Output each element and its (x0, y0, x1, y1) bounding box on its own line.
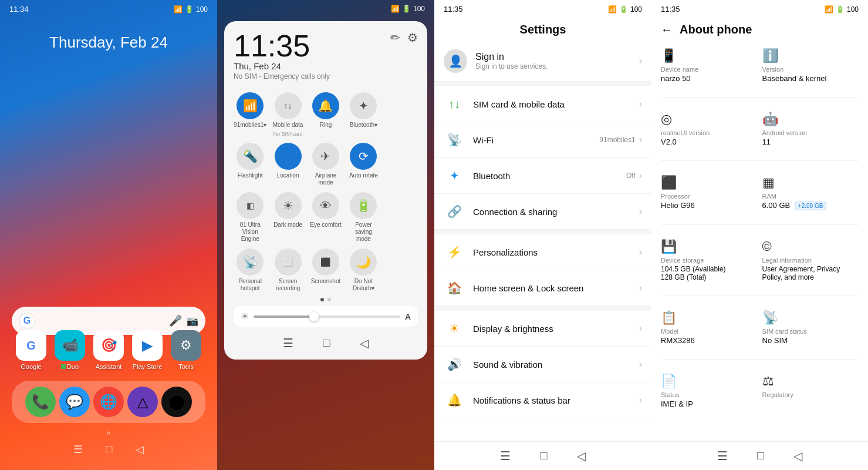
nav-home[interactable]: □ (106, 443, 113, 456)
app-duo[interactable]: 📹 Duo (52, 330, 87, 370)
dock-phone[interactable]: 📞 (25, 387, 56, 417)
about-nav-menu[interactable]: ☰ (717, 449, 728, 463)
google-logo: G (19, 313, 35, 329)
settings-bluetooth[interactable]: ✦ Bluetooth Off › (434, 158, 651, 194)
status-time: 11:34 (9, 5, 29, 14)
edit-icon[interactable]: ✏ (390, 31, 400, 45)
dock-messages[interactable]: 💬 (59, 387, 90, 417)
bluetooth-chevron: › (639, 170, 642, 181)
shade-header-icons: ✏ ⚙ (390, 31, 418, 45)
ring-tile-btn[interactable]: 🔔 (312, 92, 339, 119)
app-playstore[interactable]: ▶ Play Store (130, 330, 165, 370)
settings-list: 👤 Sign in Sign in to use services. › ↑↓ … (434, 41, 651, 441)
shade-nav-menu[interactable]: ☰ (283, 336, 293, 350)
tile-rotate[interactable]: ⟳ Auto rotate (347, 143, 380, 186)
settings-sound[interactable]: 🔊 Sound & vibration › (434, 347, 651, 382)
about-android-version[interactable]: 🤖 Android version 11 (762, 109, 859, 149)
settings-connection[interactable]: 🔗 Connection & sharing › (434, 194, 651, 230)
processor-icon: ⬛ (661, 175, 758, 190)
lens-icon[interactable]: 📷 (187, 315, 198, 327)
brightness-thumb[interactable] (309, 312, 319, 321)
dark-tile-btn[interactable]: ☀ (275, 192, 302, 219)
sim-chevron: › (639, 99, 642, 109)
dock-chrome[interactable]: 🌐 (93, 387, 124, 417)
nav-back[interactable]: ◁ (136, 443, 144, 456)
about-sim-status[interactable]: 📡 SIM card status No SIM (762, 308, 859, 347)
about-back-button[interactable]: ← (661, 23, 673, 36)
app-tools[interactable]: ⚙ Tools (168, 330, 204, 370)
about-version[interactable]: ℹ️ Version Baseband & kernel (762, 46, 859, 85)
tile-ring[interactable]: 🔔 Ring (309, 92, 342, 137)
about-divider-4 (661, 296, 859, 296)
home-date: Thursday, Feb 24 (0, 33, 217, 52)
app-assistant[interactable]: 🎯 Assistant (91, 330, 126, 370)
settings-personalizations[interactable]: ⚡ Personalizations › (434, 234, 651, 270)
shade-nav-back[interactable]: ◁ (360, 336, 369, 350)
tile-location[interactable]: 👤 Location (271, 143, 304, 186)
about-status-time: 11:35 (661, 5, 680, 14)
settings-icon[interactable]: ⚙ (407, 31, 418, 45)
settings-nav-home[interactable]: □ (540, 449, 547, 463)
settings-wifi[interactable]: 📡 Wi-Fi 91mobiles1 › (434, 122, 651, 158)
dot-1 (320, 298, 324, 301)
bluetooth-tile-btn[interactable]: ✦ (350, 92, 377, 119)
tile-mobile-data[interactable]: ↑↓ Mobile data No SIM card (271, 92, 304, 137)
settings-sim[interactable]: ↑↓ SIM card & mobile data › (434, 86, 651, 122)
tile-eye[interactable]: 👁 Eye comfort (309, 192, 342, 243)
storage-icon: 💾 (661, 239, 758, 254)
nav-menu[interactable]: ☰ (73, 443, 83, 456)
about-ram[interactable]: ▦ RAM 6.00 GB +2.00 GB (762, 173, 859, 213)
page-dots (234, 298, 418, 301)
about-nav-home[interactable]: □ (757, 449, 764, 463)
brightness-track[interactable] (254, 315, 400, 318)
tile-screenrec[interactable]: ⬜ Screen recording (271, 249, 304, 292)
tile-screenshot[interactable]: ⬛ Screenshot (309, 249, 342, 292)
screenshot-tile-btn[interactable]: ⬛ (312, 249, 339, 276)
mic-icon[interactable]: 🎤 (169, 314, 182, 327)
shade-battery-percent: 100 (413, 5, 425, 13)
tile-power[interactable]: 🔋 Power saving mode (347, 192, 380, 243)
location-tile-btn[interactable]: 👤 (275, 143, 302, 170)
dock-camera[interactable]: ⬤ (161, 387, 192, 417)
vision-tile-btn[interactable]: ◧ (237, 192, 264, 219)
tile-airplane[interactable]: ✈ Airplane mode (309, 143, 342, 186)
about-processor[interactable]: ⬛ Processor Helio G96 (661, 173, 758, 213)
bluetooth-text: Bluetooth (473, 171, 626, 181)
screenrec-tile-btn[interactable]: ⬜ (275, 249, 302, 276)
about-regulatory[interactable]: ⚖ Regulatory (762, 371, 859, 411)
tile-vision[interactable]: ◧ 01 Ultra Vision Engine (234, 192, 266, 243)
tile-flashlight[interactable]: 🔦 Flashlight (234, 143, 266, 186)
about-ui-version[interactable]: ◎ realmeUI version V2.0 (661, 109, 758, 149)
airplane-tile-btn[interactable]: ✈ (312, 143, 339, 170)
wifi-tile-btn[interactable]: 📶 (237, 92, 264, 119)
dnd-tile-btn[interactable]: 🌙 (350, 249, 377, 276)
home-screen: 11:34 📶 🔋 100 Thursday, Feb 24 G 🎤 📷 G G… (0, 0, 217, 470)
about-model[interactable]: 📋 Model RMX3286 (661, 308, 758, 347)
shade-nav-home[interactable]: □ (323, 336, 330, 350)
hotspot-tile-btn[interactable]: 📡 (237, 249, 264, 276)
power-tile-btn[interactable]: 🔋 (350, 192, 377, 219)
settings-nav-back[interactable]: ◁ (577, 449, 586, 463)
tile-bluetooth[interactable]: ✦ Bluetooth▾ (347, 92, 380, 137)
settings-nav-menu[interactable]: ☰ (500, 449, 511, 463)
about-status[interactable]: 📄 Status IMEI & IP (661, 371, 758, 411)
settings-notifications[interactable]: 🔔 Notifications & status bar › (434, 382, 651, 418)
tile-wifi[interactable]: 📶 91mobiles1▾ (234, 92, 266, 137)
about-nav-back[interactable]: ◁ (793, 449, 802, 463)
mobile-data-tile-btn[interactable]: ↑↓ (275, 92, 302, 119)
about-device-name[interactable]: 📱 Device name narzo 50 (661, 46, 758, 85)
about-legal[interactable]: © Legal information User Agreement, Priv… (762, 237, 859, 284)
tile-dnd[interactable]: 🌙 Do Not Disturb▾ (347, 249, 380, 292)
eye-tile-btn[interactable]: 👁 (312, 192, 339, 219)
tile-dark[interactable]: ☀ Dark mode (271, 192, 304, 243)
rotate-tile-btn[interactable]: ⟳ (350, 143, 377, 170)
about-storage[interactable]: 💾 Device storage 104.5 GB (Available)128… (661, 237, 758, 284)
dock-app4[interactable]: △ (127, 387, 158, 417)
settings-homescreen[interactable]: 🏠 Home screen & Lock screen › (434, 270, 651, 306)
settings-signin[interactable]: 👤 Sign in Sign in to use services. › (434, 41, 651, 82)
tile-hotspot[interactable]: 📡 Personal hotspot (234, 249, 266, 292)
settings-display[interactable]: ☀ Display & brightness › (434, 311, 651, 347)
wifi-icon: 📶 (174, 5, 183, 14)
app-google[interactable]: G Google (13, 330, 49, 370)
flashlight-tile-btn[interactable]: 🔦 (237, 143, 264, 170)
